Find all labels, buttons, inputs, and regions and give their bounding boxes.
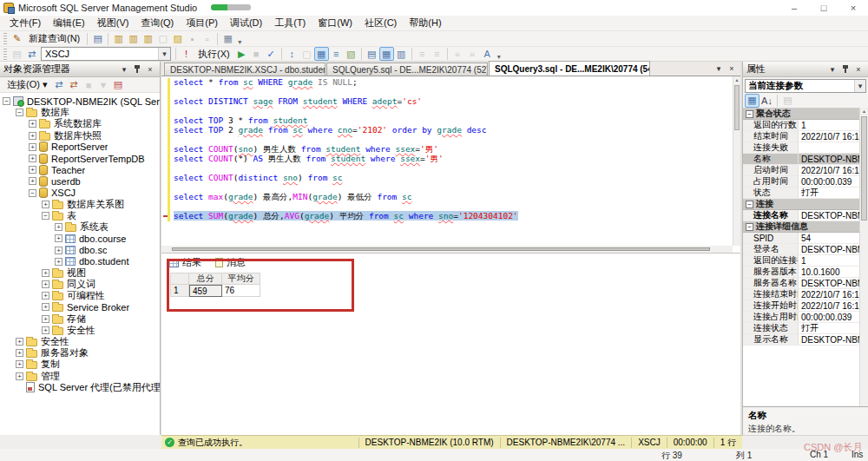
expand-icon[interactable]: + (42, 292, 49, 300)
tree-item--[interactable]: −表 (0, 210, 160, 221)
tree-item-xscj[interactable]: −XSCJ (0, 188, 160, 199)
expand-icon[interactable]: + (16, 338, 23, 346)
prop-section-连接详细信息[interactable]: −连接详细信息 (743, 221, 860, 233)
editor-line[interactable] (174, 163, 733, 173)
scroll-thumb[interactable] (172, 247, 710, 251)
prop-section-聚合状态[interactable]: −聚合状态 (743, 109, 860, 120)
collapse-icon[interactable]: − (42, 212, 49, 220)
tree-item-dbo.course[interactable]: +dbo.course (0, 233, 160, 244)
specify-values-icon[interactable]: A (480, 47, 495, 61)
tree-item-sql-server-xp-[interactable]: SQL Server 代理(已禁用代理 XP) (0, 382, 160, 393)
tree-item--[interactable]: +服务器对象 (0, 347, 160, 359)
sql-editor[interactable]: select * from sc WHERE grade IS NULL; se… (161, 76, 733, 246)
scroll-thumb[interactable] (861, 116, 867, 221)
toolbar-overflow-icon[interactable]: ▾ (235, 32, 244, 46)
editor-line[interactable] (174, 106, 733, 115)
minimize-button[interactable]: – (779, 0, 809, 16)
collapse-icon[interactable]: − (746, 201, 753, 208)
editor-line[interactable]: select max(grade) 最高分,MIN(grade) 最低分 fro… (174, 192, 733, 201)
result-cell[interactable]: 76 (222, 285, 260, 297)
collapse-icon[interactable]: − (746, 110, 753, 118)
expand-icon[interactable]: + (42, 303, 49, 311)
menu-item-edit[interactable]: 编辑(E) (47, 16, 91, 30)
expand-icon[interactable]: + (42, 315, 49, 323)
activity-monitor-icon[interactable]: ▦ (220, 32, 235, 46)
prop-row-名称[interactable]: 名称DESKTOP-NBME2IK (743, 154, 860, 165)
menu-item-view[interactable]: 视图(V) (91, 16, 135, 30)
expand-icon[interactable]: + (29, 143, 36, 151)
disconnect-icon[interactable]: ⇄ (66, 78, 81, 92)
expand-icon[interactable]: + (16, 372, 23, 380)
scroll-up-icon[interactable]: ▲ (733, 76, 740, 84)
prop-row-连接失败[interactable]: 连接失败 (743, 142, 860, 154)
prop-row-连接占用时间[interactable]: 连接占用时间00:00:00.039 (743, 312, 860, 323)
close-panel-icon[interactable]: × (144, 63, 156, 75)
expand-icon[interactable]: + (16, 360, 23, 368)
tree-item-reportservertempdb[interactable]: +ReportServerTempDB (0, 153, 160, 164)
editor-line[interactable] (174, 201, 733, 211)
tab-messages[interactable]: 消息 (215, 256, 246, 269)
database-engine-query-icon[interactable]: ▤ (90, 32, 105, 46)
connect-button[interactable]: 连接(O) ▾ (3, 78, 51, 92)
editor-line[interactable] (174, 135, 733, 144)
prop-row-显示名称[interactable]: 显示名称DESKTOP-NBME2IK (743, 334, 860, 346)
maximize-button[interactable]: □ (809, 0, 838, 16)
prop-row-连接结束时间[interactable]: 连接结束时间2022/10/7 16:14:56 (743, 289, 860, 300)
expand-icon[interactable]: + (42, 326, 49, 334)
expand-icon[interactable]: + (42, 280, 49, 288)
tree-item--[interactable]: −数据库 (0, 107, 160, 118)
scroll-up-icon[interactable]: ▲ (860, 108, 868, 115)
editor-line[interactable]: select COUNT(distinct sno) from sc (174, 173, 733, 182)
collapse-icon[interactable]: − (746, 223, 753, 231)
close-panel-icon[interactable]: × (852, 63, 865, 75)
tree-item--[interactable]: +安全性 (0, 336, 160, 347)
pin-icon[interactable] (839, 63, 852, 75)
chevron-down-icon[interactable]: ▾ (158, 48, 170, 60)
mdx-query-icon[interactable]: ▥ (126, 32, 141, 46)
menu-item-project[interactable]: 项目(P) (180, 16, 224, 30)
expand-icon[interactable]: + (55, 223, 62, 231)
expand-icon[interactable]: + (29, 166, 36, 174)
execute-button[interactable]: 执行(X) (194, 47, 234, 61)
tab-sqlquery5[interactable]: SQLQuery5.sql - DE...ME2IK\20774 (52))* (326, 63, 488, 76)
tree-item--[interactable]: +安全性 (0, 325, 160, 336)
database-combo[interactable]: XSCJ▾ (41, 47, 171, 61)
expand-icon[interactable]: + (55, 258, 62, 266)
expand-icon[interactable]: + (42, 201, 49, 208)
expand-icon[interactable]: + (29, 177, 36, 185)
tree-item--[interactable]: +复制 (0, 359, 160, 370)
connect-object-icon[interactable]: ⇄ (51, 78, 66, 92)
results-column-header[interactable]: 总分 (189, 273, 222, 285)
analysis-services-query-icon[interactable]: ▥ (111, 32, 126, 46)
editor-horizontal-scrollbar[interactable] (161, 246, 733, 253)
editor-line[interactable] (174, 87, 733, 96)
panel-menu-icon[interactable]: ▾ (826, 63, 838, 75)
close-document-icon[interactable]: × (726, 63, 738, 74)
prop-row-返回的行数[interactable]: 返回的行数1 (743, 120, 860, 131)
new-query-button[interactable]: 新建查询(N) (24, 32, 84, 46)
menu-item-debug[interactable]: 调试(D) (224, 16, 268, 30)
tab-dbo-student[interactable]: DESKTOP-NBME2IK.XSCJ - dbo.student (164, 63, 326, 76)
expand-icon[interactable]: + (29, 132, 36, 140)
expand-icon[interactable]: + (29, 155, 36, 162)
pin-icon[interactable] (131, 63, 143, 75)
menu-item-community[interactable]: 社区(C) (358, 16, 403, 30)
menu-item-window[interactable]: 窗口(W) (312, 16, 358, 30)
tree-item--[interactable]: +数据库快照 (0, 130, 160, 142)
tree-item-userdb[interactable]: +userdb (0, 175, 160, 187)
row-number-cell[interactable]: 1 (170, 285, 189, 297)
xmla-query-icon[interactable]: ▥ (141, 32, 155, 46)
tab-scroll-menu-icon[interactable]: ▾ (713, 63, 725, 74)
collapse-icon[interactable]: − (29, 189, 36, 197)
expand-icon[interactable]: + (55, 234, 62, 242)
tree-item--[interactable]: +数据库关系图 (0, 199, 160, 210)
debug-icon[interactable]: ▶ (234, 47, 249, 61)
new-query-icon[interactable]: ✎ (10, 32, 24, 46)
prop-row-登录名[interactable]: 登录名DESKTOP-NBME2IK (743, 244, 860, 255)
editor-line[interactable]: select * from sc WHERE grade IS NULL; (174, 77, 733, 87)
results-to-grid-icon[interactable]: ▦ (379, 47, 394, 61)
tree-item--[interactable]: +可编程性 (0, 290, 160, 301)
editor-line[interactable]: select TOP 3 * from student (174, 115, 733, 125)
prop-row-占用时间[interactable]: 占用时间00:00:00.039 (743, 176, 860, 188)
prop-row-服务器版本[interactable]: 服务器版本10.0.1600 (743, 267, 860, 278)
